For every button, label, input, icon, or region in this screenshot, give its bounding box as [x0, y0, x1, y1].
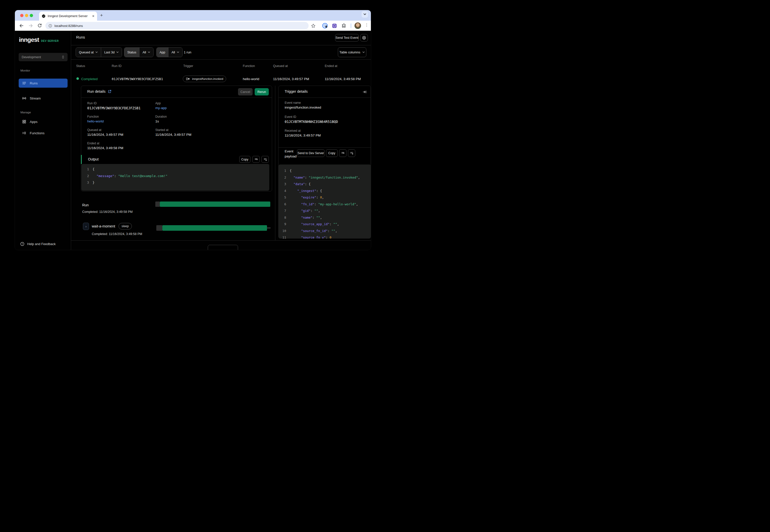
cancel-button[interactable]: Cancel [238, 88, 253, 95]
status-filter-value: All [142, 51, 146, 54]
field-label-queued-at: Queued at [87, 128, 101, 132]
run-timeline-bar[interactable] [160, 202, 270, 207]
scroll-bottom-icon [350, 151, 354, 155]
scroll-bottom-icon [264, 158, 267, 161]
step-expand-button[interactable]: › [83, 223, 89, 230]
copy-payload-button[interactable]: Copy [326, 149, 338, 157]
help-and-feedback[interactable]: ? Help and Feedback [20, 242, 56, 246]
field-label-received-at: Received at [285, 129, 301, 132]
close-window-button[interactable] [20, 14, 23, 17]
sidebar-item-apps[interactable]: Apps [19, 117, 68, 126]
run-details-title: Run details [87, 89, 111, 93]
queued-at-cell: 11/16/2024, 3:49:57 PM [273, 77, 309, 81]
back-button[interactable] [19, 23, 24, 28]
sidebar-item-label: Runs [30, 81, 38, 85]
app-filter-value: All [171, 51, 175, 54]
timeline-run-label: Run [82, 203, 89, 207]
browser-tabstrip: Inngest Development Server ✕ + [15, 10, 371, 21]
sidebar-section-monitor: Monitor [20, 69, 30, 72]
settings-gear-button[interactable] [360, 34, 368, 42]
step-bar-tail [267, 228, 271, 228]
payload-word-wrap-button[interactable] [339, 149, 346, 157]
browser-extension-icon[interactable] [331, 23, 337, 29]
app-filter[interactable]: App All [156, 47, 182, 57]
tab-title: Inngest Development Server [48, 14, 90, 18]
browser-menu-icon[interactable]: ⋮ [365, 23, 369, 27]
table-columns-button[interactable]: Table columns [338, 47, 366, 57]
app-link[interactable]: my-app [155, 106, 167, 110]
function-link[interactable]: hello-world [87, 119, 104, 123]
field-value-queued-at: 11/16/2024, 3:49:57 PM [87, 133, 123, 137]
runs-icon [22, 81, 26, 85]
time-range-value: Last 3d [104, 51, 114, 54]
minimize-window-button[interactable] [25, 14, 28, 17]
new-tab-button[interactable]: + [100, 12, 103, 18]
output-title: Output [88, 157, 98, 161]
step-completed-timestamp: Completed: 11/16/2024, 3:49:58 PM [92, 232, 142, 236]
reload-button[interactable] [37, 23, 42, 28]
chevron-down-icon [95, 51, 98, 53]
step-bar-queue-segment [156, 225, 162, 231]
time-range-select[interactable]: Last 3d [101, 48, 122, 57]
password-manager-extension-icon[interactable] [322, 23, 328, 29]
dev-server-badge: DEV SERVER [41, 40, 59, 42]
inngest-favicon-icon [42, 14, 46, 18]
inngest-app: inngest DEV SERVER Development Monitor R… [15, 31, 371, 250]
status-filter-select[interactable]: All [139, 48, 153, 57]
function-cell: hello-world [243, 77, 259, 81]
word-wrap-button[interactable] [252, 156, 260, 163]
sidebar-item-label: Stream [30, 96, 41, 100]
field-label-app: App [155, 102, 160, 105]
sidebar-item-stream[interactable]: Stream [19, 94, 68, 103]
table-columns-label: Table columns [339, 50, 360, 54]
field-label-event-name: Event name [285, 101, 301, 105]
collapse-panel-icon[interactable] [363, 90, 367, 94]
stream-icon [22, 96, 26, 100]
divider [81, 97, 272, 98]
logo: inngest DEV SERVER [19, 36, 59, 43]
rerun-button[interactable]: Rerun [255, 88, 269, 95]
field-label-started-at: Started at [155, 128, 168, 132]
app-filter-select[interactable]: All [168, 48, 182, 57]
external-link-icon[interactable] [108, 90, 111, 93]
trigger-details-title: Trigger details [285, 89, 308, 93]
profile-avatar[interactable] [355, 22, 361, 29]
sidebar-item-label: Apps [30, 120, 38, 124]
extensions-puzzle-icon[interactable] [341, 23, 347, 29]
time-field-select[interactable]: Queued at [76, 48, 101, 57]
bookmark-star-icon[interactable] [310, 23, 316, 29]
send-to-dev-server-button[interactable]: Send to Dev Server [297, 149, 325, 157]
forward-button[interactable] [28, 23, 33, 28]
functions-icon [22, 131, 26, 135]
event-signal-icon [186, 77, 190, 80]
sidebar-item-runs[interactable]: Runs [19, 79, 68, 88]
send-test-event-button[interactable]: Send Test Event [335, 34, 359, 42]
step-timeline-bar[interactable] [162, 225, 267, 231]
status-filter[interactable]: Status All [124, 47, 153, 57]
scroll-to-bottom-button[interactable] [262, 156, 269, 163]
address-bar[interactable]: localhost:8288/runs [45, 22, 309, 29]
sidebar-item-functions[interactable]: Functions [19, 128, 68, 138]
payload-scroll-bottom-button[interactable] [348, 149, 355, 157]
tab-search-button[interactable] [362, 11, 368, 18]
site-info-icon[interactable] [48, 24, 52, 28]
timeline-footer-button[interactable] [208, 245, 238, 250]
output-accent-bar [81, 155, 82, 164]
trigger-details-card: Trigger details Event name inngest/funct… [278, 86, 371, 239]
column-header-trigger: Trigger [183, 64, 193, 68]
zoom-window-button[interactable] [30, 14, 33, 17]
copy-output-button[interactable]: Copy [239, 156, 250, 163]
browser-tab[interactable]: Inngest Development Server ✕ [39, 12, 97, 21]
ended-at-cell: 11/16/2024, 3:49:58 PM [325, 77, 361, 81]
field-label-event-id: Event ID [285, 115, 296, 119]
time-field-value: Queued at [79, 51, 93, 54]
close-tab-icon[interactable]: ✕ [92, 14, 94, 18]
run-details-card: Run details Cancel Rerun Run ID 01JCVBTM… [81, 86, 272, 191]
browser-window: Inngest Development Server ✕ + [15, 10, 371, 250]
apps-icon [22, 120, 26, 124]
trigger-event-pill[interactable]: inngest/function.invoked [183, 76, 226, 82]
environment-selector[interactable]: Development [19, 53, 68, 61]
time-filter[interactable]: Queued at Last 3d [76, 47, 122, 57]
field-label-ended-at: Ended at [87, 142, 99, 145]
svg-text:?: ? [22, 243, 23, 245]
